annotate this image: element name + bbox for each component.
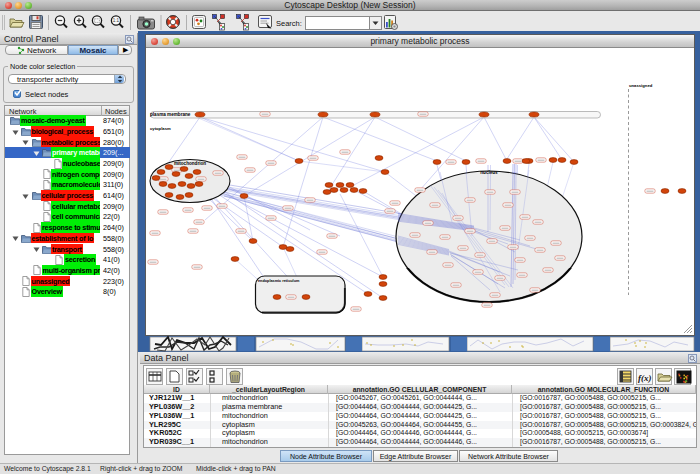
- svg-text:unassigned: unassigned: [629, 83, 653, 88]
- svg-text:mitochondrion: mitochondrion: [174, 161, 206, 166]
- svg-text:nucleus: nucleus: [480, 170, 498, 175]
- svg-text:endoplasmic reticulum: endoplasmic reticulum: [258, 279, 300, 283]
- svg-text:1:1: 1:1: [113, 18, 120, 23]
- svg-text:cytoplasm: cytoplasm: [150, 126, 171, 131]
- svg-text:Search:: Search:: [276, 19, 302, 28]
- svg-text:f(x): f(x): [638, 373, 652, 383]
- svg-text:plasma membrane: plasma membrane: [150, 112, 191, 117]
